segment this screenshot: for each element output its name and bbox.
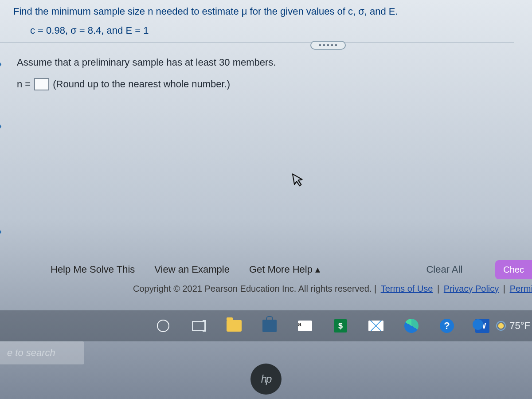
round-note: (Round up to the nearest whole number.) [53, 78, 230, 90]
answer-prefix: n = [17, 78, 31, 90]
notification-icon[interactable] [470, 317, 488, 335]
edge-icon[interactable] [403, 317, 420, 335]
side-chevron-icon[interactable]: › [0, 225, 2, 238]
answer-input[interactable] [34, 78, 49, 90]
divider [0, 43, 514, 43]
terms-link[interactable]: Terms of Use [381, 284, 433, 293]
question-values: c = 0.98, σ = 8.4, and E = 1 [30, 25, 523, 36]
clear-all-button[interactable]: Clear All [426, 264, 462, 275]
taskbar-search-input[interactable]: e to search [0, 341, 84, 364]
caret-up-icon: ▴ [315, 264, 320, 275]
privacy-link[interactable]: Privacy Policy [444, 284, 499, 293]
mail-icon[interactable] [367, 317, 385, 335]
sun-icon [496, 321, 506, 331]
cortana-icon[interactable] [154, 317, 172, 335]
get-more-help-button[interactable]: Get More Help ▴ [249, 264, 320, 275]
amazon-icon[interactable]: a [296, 317, 314, 335]
copyright-text: Copyright © 2021 Pearson Education Inc. … [133, 284, 532, 294]
side-chevron-icon[interactable]: › [0, 120, 2, 132]
sheets-icon[interactable] [332, 317, 349, 335]
check-answer-button[interactable]: Chec [495, 260, 532, 279]
question-prompt: Find the minimum sample size n needed to… [13, 4, 523, 19]
microsoft-store-icon[interactable] [261, 317, 278, 335]
question-assumption: Assume that a preliminary sample has at … [17, 57, 523, 68]
file-explorer-icon[interactable] [225, 317, 243, 335]
view-example-button[interactable]: View an Example [154, 264, 230, 275]
drag-handle[interactable] [310, 41, 346, 50]
help-me-solve-button[interactable]: Help Me Solve This [51, 264, 135, 275]
hp-logo: hp [250, 364, 282, 395]
weather-widget[interactable]: 75°F [496, 320, 532, 332]
taskbar: a ? W [0, 310, 532, 341]
permissions-link[interactable]: Permissio [510, 284, 532, 293]
temperature-text: 75°F [509, 320, 530, 332]
get-help-icon[interactable]: ? [438, 317, 456, 335]
task-view-icon[interactable] [190, 317, 207, 335]
side-chevron-icon[interactable]: › [0, 58, 2, 70]
cursor-icon [291, 171, 308, 192]
